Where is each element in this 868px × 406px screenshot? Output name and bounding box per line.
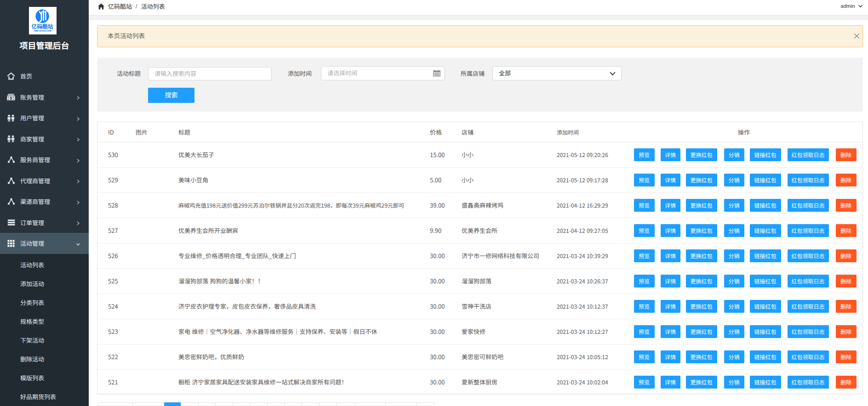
- svg-text:YMKUZHAN.COM: YMKUZHAN.COM: [34, 30, 51, 32]
- svg-text:$: $: [10, 96, 12, 101]
- svg-text:亿码酷站: 亿码酷站: [31, 22, 53, 30]
